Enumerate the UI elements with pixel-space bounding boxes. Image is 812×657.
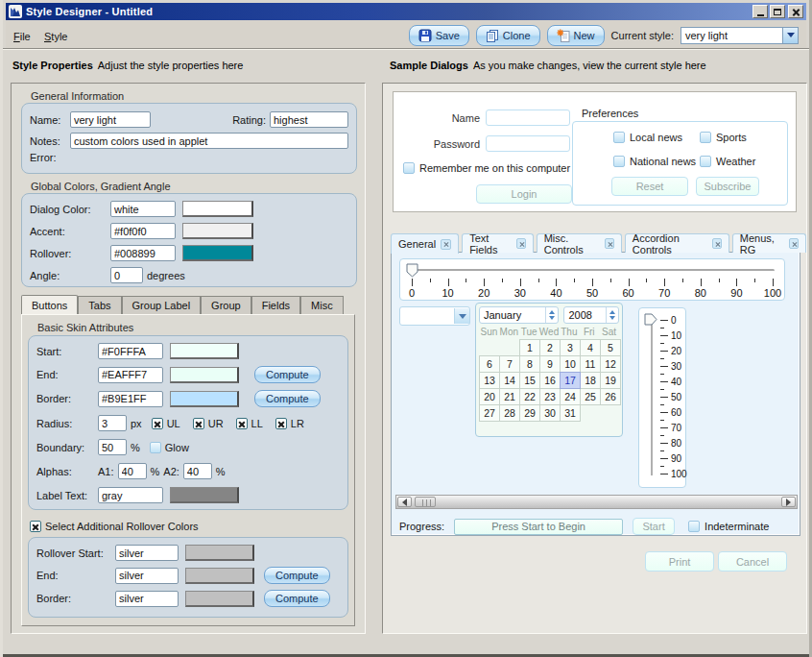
- year-spinner-buttons[interactable]: [606, 307, 618, 323]
- sample-combobox-dropdown-button[interactable]: [454, 308, 469, 324]
- a1-field[interactable]: [118, 463, 147, 479]
- rollover-field[interactable]: [110, 245, 176, 261]
- slider-track[interactable]: [410, 269, 775, 272]
- national-news-checkbox[interactable]: [613, 156, 625, 167]
- tab-accordion-controls[interactable]: Accordion Controls: [625, 233, 729, 253]
- slider-thumb[interactable]: [644, 313, 658, 328]
- radius-field[interactable]: [98, 415, 127, 431]
- rating-field[interactable]: [270, 111, 348, 128]
- sports-checkbox[interactable]: [700, 132, 711, 143]
- calendar-day[interactable]: 12: [600, 355, 621, 373]
- border-swatch[interactable]: [170, 391, 239, 407]
- clone-button[interactable]: Clone: [476, 25, 540, 46]
- calendar-day[interactable]: 11: [580, 355, 601, 373]
- subscribe-button[interactable]: Subscribe: [696, 177, 759, 196]
- login-password-field[interactable]: [486, 135, 570, 152]
- menu-style[interactable]: Style: [44, 31, 67, 42]
- save-button[interactable]: Save: [409, 25, 469, 46]
- vertical-slider[interactable]: 0102030405060708090100: [638, 307, 686, 488]
- calendar-day[interactable]: 2: [539, 339, 561, 356]
- label-text-swatch[interactable]: [170, 487, 239, 503]
- login-button[interactable]: Login: [476, 184, 572, 204]
- slider-thumb[interactable]: [406, 263, 418, 280]
- boundary-field[interactable]: [98, 439, 127, 455]
- calendar-day[interactable]: 17: [560, 372, 581, 389]
- maximize-button[interactable]: [770, 5, 785, 18]
- tab-tabs[interactable]: Tabs: [78, 296, 121, 315]
- calendar-day[interactable]: 31: [560, 404, 581, 422]
- calendar-day[interactable]: 24: [560, 388, 581, 405]
- new-button[interactable]: New: [547, 25, 605, 46]
- rollover-end-compute-button[interactable]: Compute: [264, 567, 330, 584]
- horizontal-scrollbar[interactable]: [395, 495, 798, 509]
- calendar-day[interactable]: 21: [499, 388, 520, 405]
- calendar-day[interactable]: 14: [499, 372, 520, 389]
- calendar-day[interactable]: 13: [479, 372, 500, 389]
- calendar-day[interactable]: 5: [600, 339, 621, 356]
- tab-menus-rg-close-icon[interactable]: [789, 238, 799, 249]
- rollover-border-field[interactable]: [115, 591, 179, 607]
- calendar-day[interactable]: 25: [580, 388, 601, 405]
- tab-misc-controls-close-icon[interactable]: [605, 238, 614, 249]
- tab-text-fields-close-icon[interactable]: [516, 238, 526, 249]
- local-news-checkbox[interactable]: [613, 132, 625, 143]
- corner-ll-checkbox[interactable]: [236, 418, 248, 429]
- a2-field[interactable]: [183, 463, 212, 479]
- rollover-border-swatch[interactable]: [185, 591, 254, 607]
- calendar-day[interactable]: 8: [519, 355, 540, 373]
- horizontal-slider[interactable]: 0102030405060708090100: [399, 258, 785, 301]
- corner-lr-checkbox[interactable]: [275, 418, 287, 429]
- start-field[interactable]: [98, 343, 163, 359]
- calendar-day[interactable]: 15: [519, 372, 540, 389]
- notes-field[interactable]: [70, 133, 348, 149]
- calendar-day[interactable]: 28: [499, 404, 520, 422]
- tab-general-close-icon[interactable]: [441, 239, 451, 250]
- current-style-select[interactable]: very light: [681, 27, 799, 44]
- print-button[interactable]: Print: [645, 551, 714, 572]
- cancel-button[interactable]: Cancel: [718, 551, 787, 572]
- tab-accordion-controls-close-icon[interactable]: [712, 238, 722, 249]
- calendar-day[interactable]: 23: [539, 388, 561, 405]
- tab-buttons[interactable]: Buttons: [21, 295, 78, 314]
- name-field[interactable]: [70, 111, 151, 128]
- start-swatch[interactable]: [170, 343, 239, 359]
- calendar-day[interactable]: 7: [499, 355, 520, 373]
- month-spinner[interactable]: January: [479, 306, 559, 324]
- calendar-day[interactable]: 6: [479, 355, 500, 373]
- dialog-color-swatch[interactable]: [182, 201, 253, 217]
- remember-me-checkbox[interactable]: [403, 162, 415, 174]
- login-name-field[interactable]: [486, 110, 570, 126]
- minimize-button[interactable]: [752, 5, 768, 18]
- calendar-day[interactable]: 30: [539, 404, 561, 422]
- slider-track[interactable]: [651, 320, 654, 475]
- calendar-day[interactable]: 4: [580, 339, 601, 356]
- tab-misc-controls[interactable]: Misc. Controls: [537, 233, 622, 253]
- calendar-day[interactable]: 20: [479, 388, 500, 405]
- rollover-colors-checkbox[interactable]: [30, 521, 41, 532]
- end-compute-button[interactable]: Compute: [254, 366, 321, 383]
- start-button[interactable]: Start: [633, 518, 675, 535]
- calendar-day[interactable]: 16: [539, 372, 561, 389]
- corner-ur-checkbox[interactable]: [193, 418, 204, 429]
- tab-text-fields[interactable]: Text Fields: [462, 233, 534, 253]
- tab-misc[interactable]: Misc: [300, 296, 344, 315]
- close-button[interactable]: [788, 5, 803, 18]
- calendar-day[interactable]: 22: [519, 388, 540, 405]
- calendar-day[interactable]: 19: [600, 372, 621, 389]
- border-compute-button[interactable]: Compute: [254, 390, 321, 407]
- rollover-end-field[interactable]: [115, 568, 179, 584]
- label-text-field[interactable]: [98, 487, 163, 503]
- accent-field[interactable]: [110, 223, 176, 239]
- end-swatch[interactable]: [170, 367, 239, 383]
- end-field[interactable]: [98, 367, 163, 383]
- weather-checkbox[interactable]: [700, 156, 711, 167]
- border-field[interactable]: [98, 391, 163, 407]
- year-spinner[interactable]: 2008: [563, 306, 619, 324]
- corner-ul-checkbox[interactable]: [152, 418, 163, 429]
- scroll-right-button[interactable]: [781, 497, 796, 507]
- rollover-border-compute-button[interactable]: Compute: [264, 590, 330, 607]
- rollover-start-swatch[interactable]: [185, 545, 254, 561]
- menu-file[interactable]: File: [13, 31, 31, 42]
- calendar-day[interactable]: 29: [519, 404, 540, 422]
- calendar-day[interactable]: 10: [560, 355, 581, 373]
